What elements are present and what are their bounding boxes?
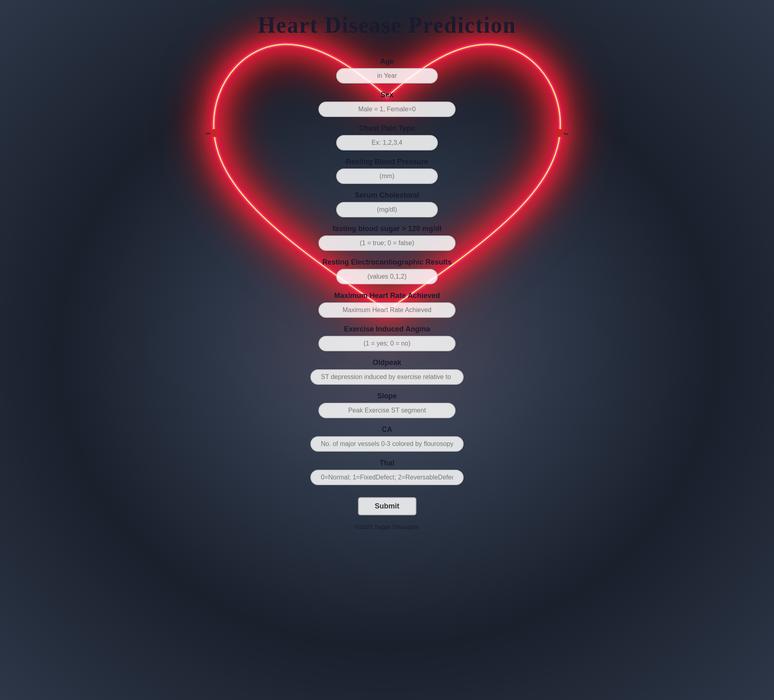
input-serum_chol[interactable]: [336, 202, 438, 217]
input-age[interactable]: [336, 68, 438, 83]
input-chest_pain[interactable]: [336, 135, 438, 150]
input-thal[interactable]: [310, 470, 464, 485]
label-age: Age: [380, 57, 394, 66]
input-oldpeak[interactable]: [310, 369, 464, 385]
input-fasting_bs[interactable]: [318, 235, 456, 251]
page-title: Heart Disease Prediction: [258, 12, 516, 38]
input-max_hr[interactable]: [318, 302, 456, 318]
label-max_hr: Maximum Heart Rate Achieved: [334, 292, 440, 300]
label-sex: Sex: [381, 91, 393, 99]
label-thal: Thal: [379, 459, 394, 467]
label-exercise_angina: Exercise Induced Angina: [344, 325, 430, 333]
input-slope[interactable]: [318, 403, 456, 418]
label-slope: Slope: [377, 392, 397, 400]
submit-button[interactable]: Submit: [358, 497, 416, 515]
footer-text: ©2021 Sagar Dhandare: [355, 523, 419, 530]
input-ca[interactable]: [310, 436, 464, 452]
input-resting_ecg[interactable]: [336, 269, 438, 284]
label-resting_bp: Resting Blood Pressure: [346, 158, 428, 166]
input-resting_bp[interactable]: [336, 169, 438, 184]
label-chest_pain: Chest Pain Type: [359, 124, 415, 133]
label-resting_ecg: Resting Electrocardiographic Results: [322, 258, 452, 267]
label-ca: CA: [382, 425, 392, 434]
label-oldpeak: Oldpeak: [372, 358, 401, 367]
label-serum_chol: Serum Cholestoral: [355, 191, 419, 200]
label-fasting_bs: fasting blood sugar > 120 mg/dl: [333, 225, 442, 233]
prediction-form: AgeSexChest Pain TypeResting Blood Press…: [0, 50, 774, 515]
input-sex[interactable]: [318, 102, 456, 117]
input-exercise_angina[interactable]: [318, 336, 456, 351]
